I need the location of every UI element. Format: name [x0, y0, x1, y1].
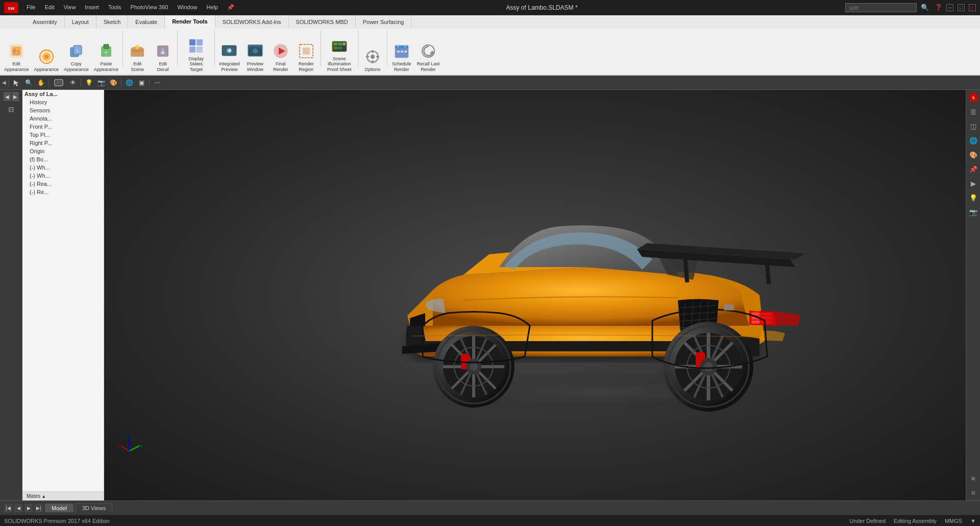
- svg-rect-43: [372, 50, 373, 53]
- close-button[interactable]: ✕: [969, 4, 976, 11]
- minimize-button[interactable]: ─: [946, 4, 953, 11]
- lights-btn[interactable]: 💡: [83, 77, 94, 88]
- edit-decal-button[interactable]: EditDecal: [151, 31, 175, 75]
- camera-btn[interactable]: 📷: [95, 77, 107, 88]
- tree-history[interactable]: History: [22, 98, 104, 106]
- right-icon-solidworks[interactable]: S: [968, 92, 979, 103]
- render-region-button[interactable]: RenderRegion: [294, 31, 318, 75]
- right-icon-collapse[interactable]: ⊟: [968, 487, 979, 498]
- more-tools-btn[interactable]: ⋯: [152, 77, 163, 88]
- title-right-controls: 🔍 ❓ ─ □ ✕: [845, 3, 976, 12]
- tab-evaluate[interactable]: Evaluate: [128, 15, 165, 29]
- tree-rear1[interactable]: (-) Rea...: [22, 180, 104, 188]
- tree-wheel2[interactable]: (-) Wh...: [22, 172, 104, 180]
- menu-pin[interactable]: 📌: [223, 3, 238, 12]
- svg-rect-37: [342, 42, 346, 45]
- tree-rear2[interactable]: (-) Re...: [22, 188, 104, 196]
- edit-scene-button[interactable]: EditScene: [125, 31, 150, 75]
- svg-text:X: X: [117, 444, 120, 448]
- tree-annotations[interactable]: Annota...: [22, 114, 104, 123]
- restore-button[interactable]: □: [958, 4, 965, 11]
- menu-window[interactable]: Window: [173, 3, 201, 12]
- tree-body[interactable]: (f) Bo...: [22, 155, 104, 163]
- tab-sketch[interactable]: Sketch: [96, 15, 129, 29]
- schedule-render-button[interactable]: ScheduleRender: [389, 31, 414, 75]
- right-icon-camera[interactable]: 📷: [968, 206, 979, 218]
- tree-assy[interactable]: Assy of La...: [22, 90, 104, 98]
- svg-rect-19: [189, 39, 195, 45]
- tree-right-plane[interactable]: Right P...: [22, 139, 104, 147]
- appearance-tool-btn[interactable]: 🎨: [108, 77, 119, 88]
- display-style-btn[interactable]: [51, 77, 66, 88]
- right-icon-appearance[interactable]: 🎨: [968, 149, 979, 160]
- recall-last-render-button[interactable]: Recall LastRender: [415, 31, 442, 75]
- menu-view[interactable]: View: [60, 3, 80, 12]
- copy-appearance-button[interactable]: C CopyAppearance: [62, 31, 91, 75]
- svg-rect-44: [372, 60, 373, 63]
- right-icon-lighting[interactable]: 💡: [968, 192, 979, 203]
- 3dviews-tab[interactable]: 3D Views: [76, 504, 112, 512]
- search-input[interactable]: [845, 3, 917, 12]
- bottom-nav-last[interactable]: ▶|: [35, 504, 43, 512]
- menu-edit[interactable]: Edit: [41, 3, 59, 12]
- display-states-button[interactable]: Display StatesTarget: [180, 31, 212, 75]
- integrated-preview-button[interactable]: IntegratedPreview: [217, 31, 242, 75]
- zoom-tool[interactable]: 🔍: [23, 77, 34, 88]
- right-icon-scene[interactable]: 🌐: [968, 135, 979, 146]
- hide-show-btn[interactable]: 👁: [67, 77, 79, 88]
- bottom-nav-next[interactable]: ▶: [24, 504, 33, 512]
- tab-assembly[interactable]: Assembly: [26, 15, 65, 29]
- final-render-button[interactable]: FinalRender: [268, 31, 293, 75]
- nav-next[interactable]: ▶: [12, 92, 19, 101]
- preview-window-button[interactable]: PreviewWindow: [243, 31, 267, 75]
- right-icon-resize[interactable]: ⊞: [968, 473, 979, 484]
- tab-power-surfacing[interactable]: Power Surfacing: [356, 15, 412, 29]
- mates-label: Mates: [27, 493, 40, 499]
- tab-layout[interactable]: Layout: [65, 15, 96, 29]
- rendering-mode-btn[interactable]: ▣: [136, 77, 147, 88]
- tab-add-ins[interactable]: SOLIDWORKS Add-Ins: [215, 15, 289, 29]
- bottom-nav-prev[interactable]: ◀: [14, 504, 22, 512]
- left-nav-panel: ◀ ▶ ⊟: [0, 90, 22, 500]
- paste-appearance-button[interactable]: P PasteAppearance: [92, 31, 121, 75]
- status-units-dropdown[interactable]: ▼: [970, 518, 976, 524]
- menu-file[interactable]: File: [22, 3, 40, 12]
- svg-rect-53: [404, 51, 407, 53]
- right-icon-view[interactable]: ◫: [968, 121, 979, 132]
- svg-rect-22: [197, 46, 203, 53]
- copy-appearance-label: CopyAppearance: [64, 61, 89, 73]
- scene-bg-btn[interactable]: 🌐: [124, 77, 135, 88]
- mates-tab[interactable]: Mates ▲: [22, 491, 104, 500]
- tree-sensors[interactable]: Sensors: [22, 106, 104, 114]
- svg-point-16: [135, 45, 139, 49]
- cursor-tool[interactable]: [11, 77, 22, 88]
- help-icon[interactable]: ❓: [935, 4, 942, 11]
- search-icon[interactable]: 🔍: [921, 4, 929, 11]
- tab-render-tools[interactable]: Render Tools: [165, 15, 215, 29]
- nav-prev[interactable]: ◀: [4, 92, 11, 101]
- pan-tool[interactable]: ✋: [35, 77, 46, 88]
- options-button[interactable]: Options: [360, 31, 385, 75]
- right-icon-decals[interactable]: 📌: [968, 163, 979, 175]
- appearance-button[interactable]: Appearance: [32, 31, 61, 75]
- right-icon-properties[interactable]: ☰: [968, 106, 979, 117]
- bottom-nav-first[interactable]: |◀: [4, 504, 12, 512]
- edit-appearance-button[interactable]: 🎨 EditAppearance: [2, 31, 31, 75]
- tree-front-plane[interactable]: Front P...: [22, 123, 104, 131]
- tree-wheel1[interactable]: (-) Wh...: [22, 163, 104, 172]
- collapse-left-icon[interactable]: ◀: [2, 80, 6, 85]
- 3d-viewport[interactable]: Y X Z: [104, 90, 966, 500]
- scene-illumination-label: Scene IlluminationProof Sheet: [325, 56, 354, 73]
- tab-mbd[interactable]: SOLIDWORKS MBD: [289, 15, 356, 29]
- menu-help[interactable]: Help: [203, 3, 223, 12]
- tree-origin[interactable]: Origin: [22, 147, 104, 155]
- model-tab[interactable]: Model: [45, 504, 74, 512]
- menu-photoview[interactable]: PhotoView 360: [127, 3, 173, 12]
- tree-top-plane[interactable]: Top Pl...: [22, 131, 104, 139]
- scene-illumination-button[interactable]: Scene IlluminationProof Sheet: [323, 31, 356, 75]
- filter-button[interactable]: ⊟: [0, 103, 22, 115]
- menu-tools[interactable]: Tools: [104, 3, 126, 12]
- svg-text:C: C: [76, 49, 79, 53]
- right-icon-render[interactable]: ▶: [968, 178, 979, 189]
- menu-insert[interactable]: Insert: [81, 3, 103, 12]
